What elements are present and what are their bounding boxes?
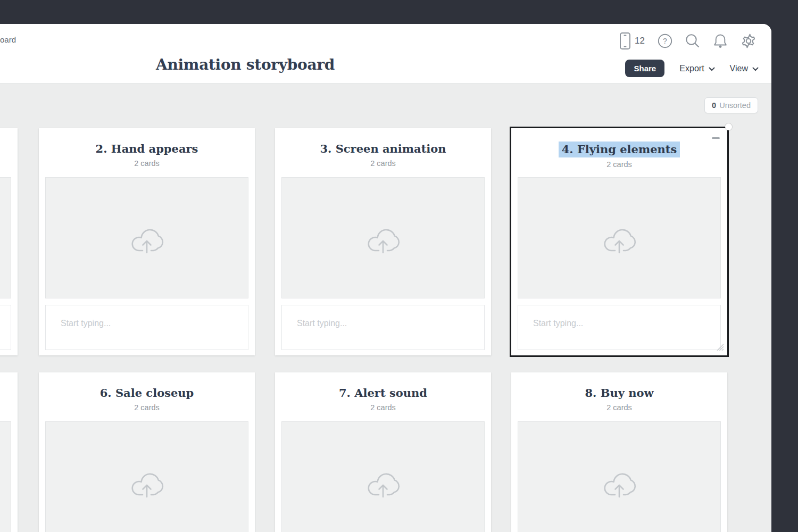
svg-text:?: ? [663, 37, 667, 45]
gear-icon [741, 33, 757, 49]
chevron-down-icon [752, 67, 759, 71]
card-note-input[interactable] [281, 305, 485, 350]
upload-dropzone[interactable] [281, 421, 485, 532]
card-head: 6. Sale closeup 2 cards [39, 372, 255, 412]
card-note-input[interactable] [0, 305, 11, 350]
upload-dropzone[interactable] [518, 421, 721, 532]
storyboard-card[interactable]: 6. Sale closeup 2 cards [39, 372, 255, 532]
upload-dropzone[interactable] [0, 421, 11, 532]
storyboard-card[interactable]: 2. Hand appears 2 cards [39, 128, 255, 355]
card-subtitle: 2 cards [39, 403, 255, 412]
app-header: oard 12 ? [0, 24, 771, 84]
cloud-upload-icon [599, 464, 639, 500]
unsorted-count: 0 [712, 101, 716, 110]
storyboard-card[interactable]: 8. Buy now 2 cards [511, 372, 727, 532]
card-title[interactable]: 2. Hand appears [96, 142, 198, 156]
help-button[interactable]: ? [658, 34, 672, 48]
storyboard-card-partial[interactable] [0, 128, 18, 355]
card-head: 4. Flying elements 2 cards [511, 128, 727, 169]
card-title[interactable]: 3. Screen animation [320, 142, 446, 156]
resize-grip-icon[interactable] [714, 342, 725, 352]
cloud-upload-icon [599, 220, 639, 255]
storyboard-card[interactable]: 7. Alert sound 2 cards [275, 372, 491, 532]
bell-icon [713, 33, 728, 49]
collapse-card-button[interactable] [712, 137, 720, 139]
cloud-upload-icon [363, 220, 403, 255]
card-title[interactable]: 7. Alert sound [339, 386, 427, 401]
search-button[interactable] [685, 34, 700, 48]
card-head: 3. Screen animation 2 cards [275, 128, 491, 168]
card-note-input[interactable] [518, 305, 721, 350]
card-title[interactable]: 6. Sale closeup [100, 386, 194, 401]
settings-button[interactable] [741, 33, 757, 49]
storyboard-card[interactable]: 3. Screen animation 2 cards [275, 128, 491, 355]
view-label: View [730, 64, 748, 73]
unsorted-badge[interactable]: 0 Unsorted [704, 97, 758, 113]
notifications-button[interactable] [713, 33, 728, 49]
storyboard-card-selected[interactable]: 4. Flying elements 2 cards [511, 128, 727, 355]
device-preview-button[interactable]: 12 [619, 32, 645, 50]
frame-count: 12 [635, 36, 645, 46]
unsorted-label: Unsorted [719, 101, 751, 110]
top-icon-bar: 12 ? [619, 30, 757, 52]
page-title: Animation storyboard [156, 56, 335, 73]
share-button[interactable]: Share [625, 60, 664, 77]
phone-icon [619, 32, 631, 50]
card-subtitle: 2 cards [39, 159, 255, 168]
card-subtitle: 2 cards [275, 159, 491, 168]
card-title[interactable]: 4. Flying elements [559, 142, 680, 157]
upload-dropzone[interactable] [0, 177, 11, 298]
chevron-down-icon [709, 67, 715, 71]
view-menu-button[interactable]: View [730, 64, 759, 73]
card-head: 8. Buy now 2 cards [511, 372, 727, 412]
card-subtitle: 2 cards [511, 403, 727, 412]
export-menu-button[interactable]: Export [679, 64, 714, 73]
storyboard-card-partial[interactable] [0, 372, 18, 532]
search-icon [685, 34, 700, 48]
upload-dropzone[interactable] [518, 177, 721, 298]
header-actions: Share Export View [625, 60, 759, 77]
card-head: 7. Alert sound 2 cards [275, 372, 491, 412]
card-title[interactable]: 8. Buy now [585, 386, 653, 401]
selection-corner-handle[interactable] [725, 123, 732, 130]
card-subtitle: 2 cards [511, 160, 727, 169]
cloud-upload-icon [363, 464, 403, 500]
card-head: 2. Hand appears 2 cards [39, 128, 255, 168]
cloud-upload-icon [127, 464, 167, 500]
help-icon: ? [658, 34, 672, 48]
upload-dropzone[interactable] [45, 177, 248, 298]
card-note-input[interactable] [45, 305, 248, 350]
breadcrumb[interactable]: oard [0, 35, 16, 44]
upload-dropzone[interactable] [281, 177, 485, 298]
card-subtitle: 2 cards [275, 403, 491, 412]
app-window: oard 12 ? [0, 24, 771, 532]
cloud-upload-icon [127, 220, 167, 255]
upload-dropzone[interactable] [45, 421, 248, 532]
export-label: Export [679, 64, 704, 73]
